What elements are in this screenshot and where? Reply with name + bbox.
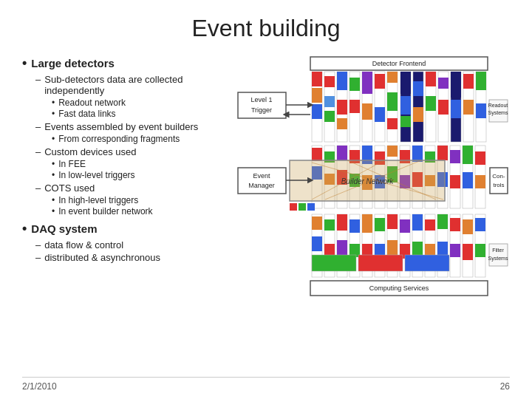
svg-rect-118 — [362, 214, 372, 233]
svg-rect-124 — [387, 214, 398, 229]
sub-sub-high-level: In high-level triggers — [52, 195, 222, 205]
svg-rect-131 — [412, 242, 423, 256]
svg-rect-103 — [299, 203, 306, 211]
svg-rect-44 — [463, 100, 474, 115]
svg-rect-89 — [450, 175, 460, 188]
svg-rect-35 — [426, 96, 436, 111]
event-mgr-label: Event — [253, 172, 270, 180]
svg-rect-146 — [463, 244, 473, 260]
svg-rect-100 — [490, 168, 508, 194]
controls-label: Con- — [492, 173, 505, 180]
daq-diagram: Detector Frontend — [236, 55, 510, 329]
svg-rect-107 — [312, 236, 322, 251]
svg-rect-91 — [463, 146, 473, 164]
svg-rect-139 — [450, 218, 460, 231]
sub-sub-fast-data: Fast data links — [52, 109, 222, 119]
slide: Event building Large detectors Sub-detec… — [0, 0, 532, 399]
svg-rect-109 — [324, 219, 335, 231]
svg-rect-85 — [437, 146, 448, 160]
svg-rect-32 — [413, 107, 423, 122]
svg-rect-142 — [358, 255, 403, 271]
svg-rect-43 — [463, 74, 474, 89]
sub-item-data-flow: data flow & control — [35, 239, 222, 250]
svg-rect-18 — [362, 103, 372, 120]
svg-text:Systems: Systems — [488, 256, 508, 262]
sub-list-1: Sub-detectors data are collected indepen… — [35, 74, 222, 216]
svg-rect-149 — [475, 244, 485, 257]
svg-rect-73 — [387, 146, 398, 157]
svg-text:Trigger: Trigger — [251, 106, 272, 114]
svg-rect-25 — [387, 118, 398, 129]
svg-rect-20 — [375, 74, 385, 89]
sub-sub-list-2: From corresponding fragments — [52, 134, 222, 144]
svg-rect-21 — [375, 107, 385, 122]
svg-rect-61 — [337, 146, 347, 160]
sub-sub-in-fee: In FEE — [52, 159, 222, 169]
left-column: Large detectors Sub-detectors data are c… — [22, 55, 222, 332]
svg-rect-27 — [400, 72, 411, 94]
det-strips-lower — [312, 214, 485, 277]
svg-rect-10 — [337, 72, 347, 90]
svg-rect-79 — [412, 146, 423, 162]
svg-rect-102 — [290, 203, 297, 211]
builder-network-label: Builder Network — [341, 177, 395, 185]
svg-rect-29 — [400, 116, 411, 127]
sub-sub-list-4: In high-level triggers In event builder … — [52, 195, 222, 216]
sub-item-custom-devices: Custom devices used — [35, 146, 222, 157]
svg-rect-37 — [438, 78, 449, 89]
slide-footer: 2/1/2010 26 — [22, 377, 510, 392]
sub-item-collected: Sub-detectors data are collected indepen… — [35, 74, 222, 96]
svg-rect-106 — [312, 216, 322, 230]
svg-rect-145 — [463, 219, 473, 234]
filter-sys-label: Filter — [492, 248, 504, 253]
svg-rect-12 — [337, 118, 347, 129]
svg-rect-17 — [362, 72, 372, 94]
det-frontend-label: Detector Frontend — [372, 60, 426, 67]
svg-text:Manager: Manager — [248, 182, 275, 189]
svg-rect-92 — [463, 172, 473, 188]
svg-text:Systems: Systems — [488, 110, 508, 116]
svg-rect-46 — [476, 72, 486, 90]
footer-date: 2/1/2010 — [22, 381, 57, 392]
footer-page: 26 — [500, 381, 510, 392]
svg-rect-55 — [312, 148, 322, 161]
sub-list-daq: data flow & control distributed & asynch… — [35, 239, 222, 263]
right-column: Detector Frontend — [236, 55, 510, 332]
computing-svc-label: Computing Services — [369, 284, 429, 292]
svg-rect-94 — [475, 151, 485, 165]
svg-rect-115 — [349, 219, 360, 233]
sub-sub-list-3: In FEE In low-level triggers — [52, 159, 222, 180]
sub-sub-readout-network: Readout network — [52, 98, 222, 108]
svg-rect-24 — [387, 92, 398, 111]
sub-item-cots: COTS used — [35, 183, 222, 194]
svg-rect-130 — [412, 214, 423, 231]
svg-rect-141 — [312, 255, 356, 271]
l1-trigger-label: Level 1 — [250, 96, 272, 103]
svg-rect-40 — [451, 72, 461, 98]
svg-rect-38 — [438, 100, 449, 115]
svg-rect-148 — [475, 218, 485, 231]
svg-rect-47 — [476, 103, 486, 118]
svg-rect-4 — [312, 104, 322, 119]
svg-rect-31 — [413, 81, 423, 96]
readout-sys-label: Readout — [488, 103, 508, 108]
svg-rect-127 — [400, 219, 410, 233]
slide-title: Event building — [22, 15, 510, 42]
svg-rect-133 — [425, 219, 435, 231]
svg-rect-88 — [450, 150, 460, 163]
svg-rect-125 — [387, 240, 398, 256]
bullet-large-detectors: Large detectors — [22, 55, 222, 71]
sub-sub-list-1: Readout network Fast data links — [52, 98, 222, 119]
det-strips-top — [312, 72, 486, 142]
svg-rect-11 — [337, 100, 347, 115]
svg-rect-2 — [312, 72, 322, 86]
svg-rect-3 — [312, 88, 322, 103]
svg-rect-28 — [400, 96, 411, 115]
content-area: Large detectors Sub-detectors data are c… — [22, 55, 510, 332]
sub-sub-fragments: From corresponding fragments — [52, 134, 222, 144]
svg-rect-7 — [324, 96, 335, 107]
svg-rect-6 — [324, 76, 335, 87]
svg-rect-112 — [337, 214, 347, 231]
svg-rect-121 — [375, 218, 385, 231]
svg-rect-14 — [349, 78, 360, 91]
